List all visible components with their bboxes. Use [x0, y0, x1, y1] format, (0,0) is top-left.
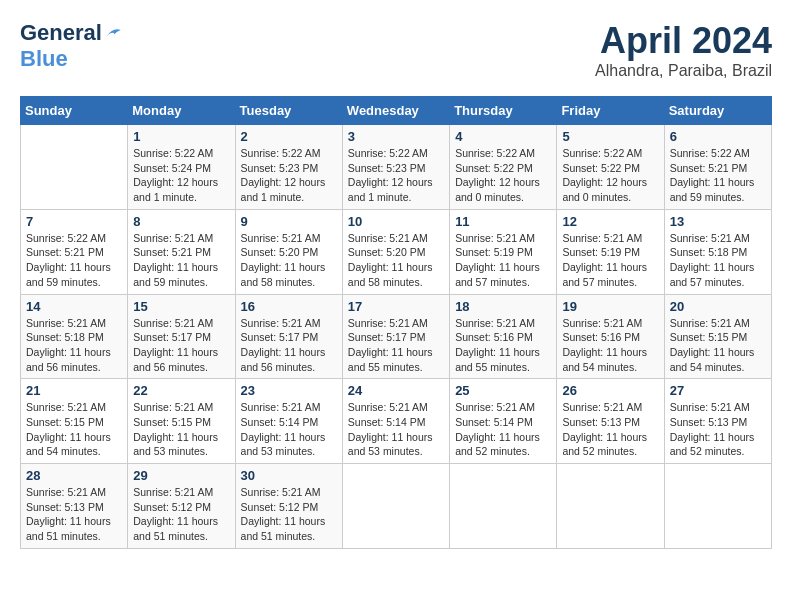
calendar-cell [557, 464, 664, 549]
calendar-cell [664, 464, 771, 549]
calendar-title: April 2024 [595, 20, 772, 62]
week-row-5: 28Sunrise: 5:21 AMSunset: 5:13 PMDayligh… [21, 464, 772, 549]
day-number: 30 [241, 468, 337, 483]
day-info: Sunrise: 5:21 AMSunset: 5:18 PMDaylight:… [670, 231, 766, 290]
day-info: Sunrise: 5:22 AMSunset: 5:23 PMDaylight:… [348, 146, 444, 205]
day-info: Sunrise: 5:21 AMSunset: 5:21 PMDaylight:… [133, 231, 229, 290]
day-number: 29 [133, 468, 229, 483]
day-number: 12 [562, 214, 658, 229]
day-number: 20 [670, 299, 766, 314]
logo-general: General [20, 20, 102, 46]
calendar-cell: 9Sunrise: 5:21 AMSunset: 5:20 PMDaylight… [235, 209, 342, 294]
calendar-cell: 27Sunrise: 5:21 AMSunset: 5:13 PMDayligh… [664, 379, 771, 464]
calendar-cell: 30Sunrise: 5:21 AMSunset: 5:12 PMDayligh… [235, 464, 342, 549]
day-info: Sunrise: 5:21 AMSunset: 5:17 PMDaylight:… [348, 316, 444, 375]
calendar-cell: 18Sunrise: 5:21 AMSunset: 5:16 PMDayligh… [450, 294, 557, 379]
calendar-cell: 25Sunrise: 5:21 AMSunset: 5:14 PMDayligh… [450, 379, 557, 464]
calendar-cell: 21Sunrise: 5:21 AMSunset: 5:15 PMDayligh… [21, 379, 128, 464]
logo-bird-icon [104, 24, 122, 42]
calendar-cell [21, 125, 128, 210]
calendar-cell: 20Sunrise: 5:21 AMSunset: 5:15 PMDayligh… [664, 294, 771, 379]
day-number: 3 [348, 129, 444, 144]
day-info: Sunrise: 5:21 AMSunset: 5:12 PMDaylight:… [133, 485, 229, 544]
day-info: Sunrise: 5:21 AMSunset: 5:14 PMDaylight:… [348, 400, 444, 459]
day-info: Sunrise: 5:21 AMSunset: 5:14 PMDaylight:… [241, 400, 337, 459]
day-info: Sunrise: 5:21 AMSunset: 5:15 PMDaylight:… [26, 400, 122, 459]
calendar-cell: 13Sunrise: 5:21 AMSunset: 5:18 PMDayligh… [664, 209, 771, 294]
calendar-cell: 7Sunrise: 5:22 AMSunset: 5:21 PMDaylight… [21, 209, 128, 294]
weekday-header-thursday: Thursday [450, 97, 557, 125]
day-info: Sunrise: 5:21 AMSunset: 5:20 PMDaylight:… [241, 231, 337, 290]
day-number: 7 [26, 214, 122, 229]
weekday-header-sunday: Sunday [21, 97, 128, 125]
day-number: 25 [455, 383, 551, 398]
calendar-cell: 12Sunrise: 5:21 AMSunset: 5:19 PMDayligh… [557, 209, 664, 294]
day-number: 9 [241, 214, 337, 229]
weekday-header-row: SundayMondayTuesdayWednesdayThursdayFrid… [21, 97, 772, 125]
day-number: 27 [670, 383, 766, 398]
day-info: Sunrise: 5:21 AMSunset: 5:18 PMDaylight:… [26, 316, 122, 375]
day-number: 23 [241, 383, 337, 398]
day-number: 19 [562, 299, 658, 314]
calendar-cell [450, 464, 557, 549]
week-row-1: 1Sunrise: 5:22 AMSunset: 5:24 PMDaylight… [21, 125, 772, 210]
day-number: 15 [133, 299, 229, 314]
calendar-cell: 8Sunrise: 5:21 AMSunset: 5:21 PMDaylight… [128, 209, 235, 294]
day-info: Sunrise: 5:21 AMSunset: 5:20 PMDaylight:… [348, 231, 444, 290]
calendar-cell: 10Sunrise: 5:21 AMSunset: 5:20 PMDayligh… [342, 209, 449, 294]
day-number: 5 [562, 129, 658, 144]
calendar-cell: 4Sunrise: 5:22 AMSunset: 5:22 PMDaylight… [450, 125, 557, 210]
day-info: Sunrise: 5:22 AMSunset: 5:21 PMDaylight:… [670, 146, 766, 205]
week-row-2: 7Sunrise: 5:22 AMSunset: 5:21 PMDaylight… [21, 209, 772, 294]
calendar-cell: 17Sunrise: 5:21 AMSunset: 5:17 PMDayligh… [342, 294, 449, 379]
day-info: Sunrise: 5:21 AMSunset: 5:17 PMDaylight:… [133, 316, 229, 375]
weekday-header-tuesday: Tuesday [235, 97, 342, 125]
week-row-4: 21Sunrise: 5:21 AMSunset: 5:15 PMDayligh… [21, 379, 772, 464]
day-info: Sunrise: 5:21 AMSunset: 5:14 PMDaylight:… [455, 400, 551, 459]
day-info: Sunrise: 5:21 AMSunset: 5:13 PMDaylight:… [562, 400, 658, 459]
day-number: 1 [133, 129, 229, 144]
day-number: 21 [26, 383, 122, 398]
day-number: 18 [455, 299, 551, 314]
weekday-header-monday: Monday [128, 97, 235, 125]
day-info: Sunrise: 5:22 AMSunset: 5:23 PMDaylight:… [241, 146, 337, 205]
day-number: 22 [133, 383, 229, 398]
calendar-cell [342, 464, 449, 549]
calendar-cell: 28Sunrise: 5:21 AMSunset: 5:13 PMDayligh… [21, 464, 128, 549]
calendar-cell: 11Sunrise: 5:21 AMSunset: 5:19 PMDayligh… [450, 209, 557, 294]
day-info: Sunrise: 5:21 AMSunset: 5:13 PMDaylight:… [670, 400, 766, 459]
page-header: General Blue April 2024 Alhandra, Paraib… [20, 20, 772, 80]
day-info: Sunrise: 5:21 AMSunset: 5:16 PMDaylight:… [455, 316, 551, 375]
day-info: Sunrise: 5:22 AMSunset: 5:22 PMDaylight:… [455, 146, 551, 205]
day-info: Sunrise: 5:21 AMSunset: 5:19 PMDaylight:… [562, 231, 658, 290]
day-number: 8 [133, 214, 229, 229]
day-number: 17 [348, 299, 444, 314]
day-number: 13 [670, 214, 766, 229]
calendar-cell: 6Sunrise: 5:22 AMSunset: 5:21 PMDaylight… [664, 125, 771, 210]
calendar-cell: 15Sunrise: 5:21 AMSunset: 5:17 PMDayligh… [128, 294, 235, 379]
calendar-cell: 23Sunrise: 5:21 AMSunset: 5:14 PMDayligh… [235, 379, 342, 464]
logo: General Blue [20, 20, 122, 72]
day-info: Sunrise: 5:21 AMSunset: 5:16 PMDaylight:… [562, 316, 658, 375]
day-info: Sunrise: 5:21 AMSunset: 5:15 PMDaylight:… [133, 400, 229, 459]
day-number: 6 [670, 129, 766, 144]
weekday-header-wednesday: Wednesday [342, 97, 449, 125]
day-info: Sunrise: 5:21 AMSunset: 5:13 PMDaylight:… [26, 485, 122, 544]
calendar-cell: 19Sunrise: 5:21 AMSunset: 5:16 PMDayligh… [557, 294, 664, 379]
day-number: 14 [26, 299, 122, 314]
calendar-subtitle: Alhandra, Paraiba, Brazil [595, 62, 772, 80]
calendar-cell: 14Sunrise: 5:21 AMSunset: 5:18 PMDayligh… [21, 294, 128, 379]
logo-blue: Blue [20, 46, 68, 71]
day-number: 10 [348, 214, 444, 229]
calendar-cell: 2Sunrise: 5:22 AMSunset: 5:23 PMDaylight… [235, 125, 342, 210]
day-number: 16 [241, 299, 337, 314]
weekday-header-friday: Friday [557, 97, 664, 125]
calendar-cell: 1Sunrise: 5:22 AMSunset: 5:24 PMDaylight… [128, 125, 235, 210]
day-info: Sunrise: 5:22 AMSunset: 5:22 PMDaylight:… [562, 146, 658, 205]
calendar-cell: 16Sunrise: 5:21 AMSunset: 5:17 PMDayligh… [235, 294, 342, 379]
day-info: Sunrise: 5:21 AMSunset: 5:17 PMDaylight:… [241, 316, 337, 375]
calendar-cell: 24Sunrise: 5:21 AMSunset: 5:14 PMDayligh… [342, 379, 449, 464]
day-number: 28 [26, 468, 122, 483]
calendar-cell: 5Sunrise: 5:22 AMSunset: 5:22 PMDaylight… [557, 125, 664, 210]
day-info: Sunrise: 5:21 AMSunset: 5:12 PMDaylight:… [241, 485, 337, 544]
